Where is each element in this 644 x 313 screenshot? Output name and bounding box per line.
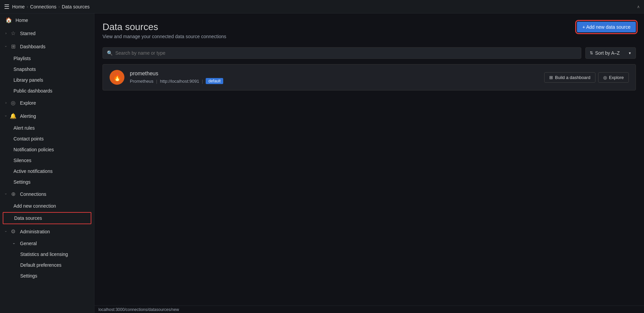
sidebar-label-add-new-connection: Add new connection xyxy=(13,203,56,209)
sidebar-label-general: General xyxy=(20,241,37,246)
starred-chevron: › xyxy=(5,31,6,35)
build-dashboard-button[interactable]: ⊞ Build a dashboard xyxy=(544,72,595,83)
breadcrumb-sep-2: › xyxy=(58,4,60,9)
sidebar-item-notification-policies[interactable]: Notification policies xyxy=(0,144,94,155)
sidebar-label-alert-rules: Alert rules xyxy=(13,125,35,131)
page-subtitle: View and manage your connected data sour… xyxy=(103,34,226,39)
sidebar-label-silences: Silences xyxy=(13,158,31,163)
sidebar-label-explore: Explore xyxy=(20,100,89,106)
dashboard-icon: ⊞ xyxy=(549,75,553,80)
sidebar-item-playlists[interactable]: Playlists xyxy=(0,53,94,64)
status-url: localhost:3000/connections/datasources/n… xyxy=(98,307,179,312)
sidebar-item-silences[interactable]: Silences xyxy=(0,155,94,166)
sidebar-label-alerting: Alerting xyxy=(20,113,89,119)
build-dashboard-label: Build a dashboard xyxy=(555,75,590,80)
sidebar-item-admin-settings[interactable]: Settings xyxy=(0,270,94,281)
sidebar: 🏠 Home › ☆ Starred › ⊞ Dashboards Playli… xyxy=(0,14,94,313)
star-icon: ☆ xyxy=(10,30,17,36)
sidebar-label-snapshots: Snapshots xyxy=(13,67,36,72)
alerting-icon: 🔔 xyxy=(10,113,17,119)
ds-url: http://localhost:9091 xyxy=(160,79,199,84)
sidebar-item-public-dashboards[interactable]: Public dashboards xyxy=(0,85,94,96)
connections-icon: ⊕ xyxy=(10,191,17,197)
meta-sep-1: | xyxy=(156,79,157,84)
administration-chevron: › xyxy=(4,231,8,232)
add-new-datasource-button[interactable]: + Add new data source xyxy=(577,22,636,32)
sidebar-label-stats-licensing: Statistics and licensing xyxy=(20,252,68,257)
sidebar-item-general[interactable]: › General xyxy=(0,238,94,249)
sidebar-item-explore[interactable]: › ◎ Explore xyxy=(0,96,94,109)
sidebar-item-home[interactable]: 🏠 Home xyxy=(0,14,94,27)
page-header: Data sources View and manage your connec… xyxy=(103,22,636,39)
sidebar-item-library-panels[interactable]: Library panels xyxy=(0,75,94,85)
sidebar-item-contact-points[interactable]: Contact points xyxy=(0,133,94,144)
explore-chevron: › xyxy=(5,101,6,105)
sidebar-item-connections[interactable]: › ⊕ Connections xyxy=(0,187,94,201)
hamburger-icon[interactable]: ☰ xyxy=(4,3,9,10)
explore-btn-icon: ◎ xyxy=(603,75,607,80)
ds-badge: default xyxy=(206,78,223,84)
datasource-list: 🔥 prometheus Prometheus | http://localho… xyxy=(103,64,636,90)
ds-name: prometheus xyxy=(130,71,539,77)
sidebar-item-default-preferences[interactable]: Default preferences xyxy=(0,260,94,270)
page-title-area: Data sources View and manage your connec… xyxy=(103,22,226,39)
sidebar-label-active-notifications: Active notifications xyxy=(13,168,53,174)
sidebar-item-stats-licensing[interactable]: Statistics and licensing xyxy=(0,249,94,260)
breadcrumb-current: Data sources xyxy=(62,4,89,9)
status-bar: localhost:3000/connections/datasources/n… xyxy=(94,306,644,313)
breadcrumb-home[interactable]: Home xyxy=(12,4,25,9)
sidebar-label-contact-points: Contact points xyxy=(13,136,44,141)
breadcrumb-connections[interactable]: Connections xyxy=(30,4,56,9)
sort-select[interactable]: ⇅ Sort by A–Z ▼ xyxy=(585,47,636,59)
sidebar-item-snapshots[interactable]: Snapshots xyxy=(0,64,94,75)
search-box: 🔍 xyxy=(103,47,581,59)
sidebar-item-data-sources[interactable]: Data sources xyxy=(3,213,91,224)
sidebar-item-dashboards[interactable]: › ⊞ Dashboards xyxy=(0,40,94,53)
search-input[interactable] xyxy=(115,50,577,56)
header-actions: + Add new data source xyxy=(577,22,636,32)
sidebar-label-admin-settings: Settings xyxy=(20,273,37,279)
ds-type: Prometheus xyxy=(130,79,153,84)
alerting-chevron: › xyxy=(4,115,8,116)
sidebar-item-alert-rules[interactable]: Alert rules xyxy=(0,123,94,133)
general-chevron: › xyxy=(12,243,16,244)
home-icon: 🏠 xyxy=(5,17,12,23)
explore-button[interactable]: ◎ Explore xyxy=(598,72,629,83)
datasource-card: 🔥 prometheus Prometheus | http://localho… xyxy=(103,64,636,90)
topbar-right: ∧ xyxy=(637,4,640,9)
collapse-icon[interactable]: ∧ xyxy=(637,4,640,9)
page-body: Data sources View and manage your connec… xyxy=(94,14,644,306)
dashboards-icon: ⊞ xyxy=(10,43,17,50)
sidebar-item-add-new-connection[interactable]: Add new connection xyxy=(0,201,94,211)
sidebar-label-library-panels: Library panels xyxy=(13,77,43,83)
ds-actions: ⊞ Build a dashboard ◎ Explore xyxy=(544,72,629,83)
topbar: ☰ Home › Connections › Data sources ∧ xyxy=(0,0,644,14)
sidebar-item-alerting[interactable]: › 🔔 Alerting xyxy=(0,109,94,123)
sidebar-label-starred: Starred xyxy=(20,31,89,36)
data-sources-highlight-box: Data sources xyxy=(3,212,91,224)
search-sort-row: 🔍 ⇅ Sort by A–Z ▼ xyxy=(103,47,636,59)
explore-icon: ◎ xyxy=(10,100,17,106)
sort-chevron: ▼ xyxy=(628,51,632,55)
sidebar-label-playlists: Playlists xyxy=(13,56,31,61)
prometheus-icon: 🔥 xyxy=(110,70,124,85)
dashboards-chevron: › xyxy=(4,46,8,47)
sort-icon: ⇅ xyxy=(590,51,593,55)
sidebar-label-administration: Administration xyxy=(20,229,89,234)
sidebar-label-dashboards: Dashboards xyxy=(20,44,89,49)
sidebar-label-public-dashboards: Public dashboards xyxy=(13,88,52,94)
search-icon: 🔍 xyxy=(107,50,113,56)
explore-label: Explore xyxy=(609,75,624,80)
sidebar-label-home: Home xyxy=(16,18,89,23)
sidebar-item-alerting-settings[interactable]: Settings xyxy=(0,177,94,187)
sidebar-item-administration[interactable]: › ⚙ Administration xyxy=(0,225,94,238)
sidebar-label-alerting-settings: Settings xyxy=(13,179,31,185)
sidebar-label-default-preferences: Default preferences xyxy=(20,262,61,268)
sidebar-item-active-notifications[interactable]: Active notifications xyxy=(0,166,94,177)
ds-meta: Prometheus | http://localhost:9091 | def… xyxy=(130,78,539,84)
sidebar-item-starred[interactable]: › ☆ Starred xyxy=(0,27,94,40)
breadcrumb-sep-1: › xyxy=(27,4,28,9)
breadcrumb: Home › Connections › Data sources xyxy=(12,4,634,9)
sidebar-label-data-sources: Data sources xyxy=(14,215,42,221)
connections-chevron: › xyxy=(4,193,8,194)
